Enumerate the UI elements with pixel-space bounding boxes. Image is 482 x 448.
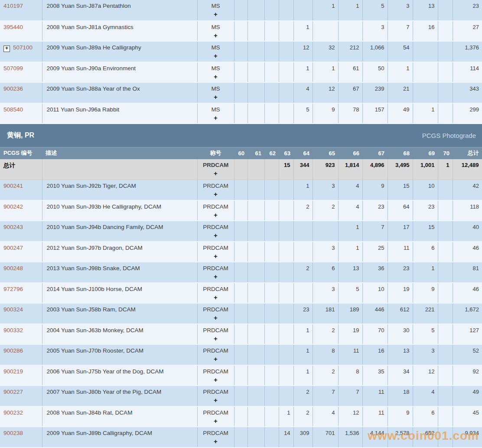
plus-grade-toggle[interactable]: + [198, 397, 234, 403]
grade-count-cell-63: 14 [279, 427, 293, 448]
grade-count-cell-63: 1 [279, 406, 293, 427]
pcgs-number-link[interactable]: 900332 [3, 327, 23, 334]
grade-count-cell-63 [279, 365, 293, 386]
grade-count-cell-69: 23 [413, 200, 438, 221]
grade-count-cell-68: 7 [388, 21, 413, 42]
description-cell [42, 159, 197, 180]
designation-cell: MS+ [197, 41, 234, 62]
grade-count-cell-63: 15 [279, 159, 293, 180]
column-header-row: PCGS 编号描述称号6061626364656667686970总计 [0, 147, 482, 159]
grade-count-cell-65: 181 [313, 303, 338, 324]
plus-grade-toggle[interactable]: + [198, 191, 234, 197]
table-row: 9002862005 Yuan Sun-J70b Rooster, DCAMPR… [0, 344, 482, 365]
pcgs-number-link[interactable]: 900219 [3, 368, 23, 375]
pcgs-number-link[interactable]: 395440 [3, 24, 23, 30]
designation-label: PRDCAM [198, 368, 234, 375]
grade-count-cell-67: 25 [362, 242, 388, 262]
table-row: 9002472012 Yuan Sun-J97b Dragon, DCAMPRD… [0, 242, 482, 262]
grade-count-cell-68: 15 [388, 180, 413, 200]
grade-count-cell-68: 30 [388, 324, 413, 345]
description-cell: 2007 Yuan Sun-J80b Year of the Pig, DCAM [42, 386, 197, 406]
grade-count-cell-68: 21 [388, 82, 413, 103]
column-header-designation: 称号 [197, 147, 234, 159]
pcgs-number-link[interactable]: 900247 [3, 245, 23, 251]
pcgs-number-link[interactable]: 900324 [3, 306, 23, 313]
grade-count-cell-64: 1 [293, 365, 313, 386]
grade-count-cell-66: 8 [338, 365, 362, 386]
designation-cell: PRDCAM+ [197, 262, 234, 283]
pcgs-number-link[interactable]: 507099 [3, 65, 23, 72]
pcgs-number-cell: 900247 [0, 242, 42, 262]
pcgs-number-link[interactable]: 900243 [3, 224, 23, 230]
grade-count-cell-69: 12 [413, 365, 438, 386]
plus-grade-toggle[interactable]: + [198, 294, 234, 301]
table-row: 9002362009 Yuan Sun-J88a Year of the OxM… [0, 82, 482, 103]
pcgs-number-link[interactable]: 410197 [3, 3, 23, 9]
plus-grade-toggle[interactable]: + [198, 170, 234, 177]
grade-count-cell-62 [264, 283, 279, 304]
pcgs-number-link[interactable]: 508540 [3, 106, 23, 113]
pcgs-number-link[interactable]: 900238 [3, 430, 23, 436]
total-count-cell: 45 [453, 406, 482, 427]
grade-count-cell-68: 19 [388, 283, 413, 304]
pcgs-number-link[interactable]: 900242 [3, 203, 23, 210]
total-count-cell: 92 [453, 365, 482, 386]
grade-count-cell-69: 15 [413, 221, 438, 242]
pcgs-photograde-link[interactable]: PCGS Photograde [422, 132, 476, 139]
pcgs-number-link[interactable]: 900227 [3, 389, 23, 395]
designation-cell: PRDCAM+ [197, 344, 234, 365]
plus-grade-toggle[interactable]: + [198, 94, 234, 100]
description-cell: 2010 Yuan Sun-J92b Tiger, DCAM [42, 180, 197, 200]
pcgs-number-link[interactable]: 900248 [3, 265, 23, 271]
plus-grade-toggle[interactable]: + [198, 418, 234, 424]
pcgs-number-link[interactable]: 900236 [3, 85, 23, 92]
description-cell: 2009 Yuan Sun-J88a Year of the Ox [42, 82, 197, 103]
pcgs-number-link[interactable]: 900232 [3, 409, 23, 416]
description-cell: 2005 Yuan Sun-J70b Rooster, DCAM [42, 344, 197, 365]
expand-toggle-icon[interactable]: + [3, 46, 10, 52]
grade-count-cell-64: 309 [293, 427, 313, 448]
plus-grade-toggle[interactable]: + [198, 377, 234, 383]
grade-count-cell-65 [313, 221, 338, 242]
column-header-grade-67: 67 [362, 147, 388, 159]
pcgs-number-link[interactable]: 972796 [3, 286, 23, 292]
grade-count-cell-63 [279, 386, 293, 406]
grade-count-cell-66: 12 [338, 406, 362, 427]
pcgs-number-link[interactable]: 900241 [3, 183, 23, 189]
grade-count-cell-69 [413, 62, 438, 83]
grade-count-cell-66: 13 [338, 262, 362, 283]
pcgs-number-cell: 507099 [0, 62, 42, 83]
plus-grade-toggle[interactable]: + [198, 11, 234, 17]
plus-grade-toggle[interactable]: + [198, 33, 234, 39]
plus-grade-toggle[interactable]: + [198, 274, 234, 280]
pcgs-number-link[interactable]: 507100 [13, 44, 33, 51]
total-count-cell: 81 [453, 262, 482, 283]
grade-count-cell-61 [248, 21, 264, 42]
grade-count-cell-63 [279, 62, 293, 83]
grade-count-cell-65: 6 [313, 262, 338, 283]
grade-count-cell-66: 4 [338, 200, 362, 221]
grade-count-cell-62 [264, 242, 279, 262]
pcgs-number-link[interactable]: 900286 [3, 347, 23, 354]
plus-grade-toggle[interactable]: + [198, 315, 234, 321]
pcgs-population-report-page: 4101972008 Yuan Sun-J87a PentathlonMS+11… [0, 0, 482, 448]
grade-count-cell-65: 3 [313, 242, 338, 262]
plus-grade-toggle[interactable]: + [198, 232, 234, 239]
description-cell: 2008 Yuan Sun-J81a Gymnastics [42, 21, 197, 42]
pcgs-number-cell: 900236 [0, 82, 42, 103]
grade-count-cell-63 [279, 283, 293, 304]
grade-count-cell-70 [438, 82, 453, 103]
column-header-grade-62: 62 [264, 147, 279, 159]
plus-grade-toggle[interactable]: + [198, 115, 234, 121]
description-cell: 2004 Yuan Sun-J63b Monkey, DCAM [42, 324, 197, 345]
plus-grade-toggle[interactable]: + [198, 74, 234, 80]
plus-grade-toggle[interactable]: + [198, 336, 234, 342]
plus-grade-toggle[interactable]: + [198, 356, 234, 362]
grade-count-cell-67: 239 [362, 82, 388, 103]
plus-grade-toggle[interactable]: + [198, 212, 234, 218]
designation-label: PRDCAM [198, 306, 234, 313]
grade-count-cell-69: 4 [413, 386, 438, 406]
plus-grade-toggle[interactable]: + [198, 253, 234, 259]
plus-grade-toggle[interactable]: + [198, 438, 234, 445]
plus-grade-toggle[interactable]: + [198, 53, 234, 59]
